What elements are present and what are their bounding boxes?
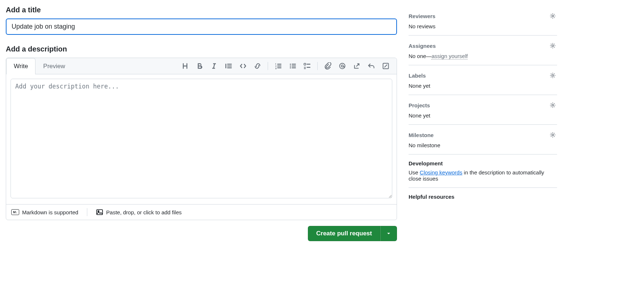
labels-gear-icon[interactable]: [548, 71, 557, 80]
code-icon[interactable]: [237, 59, 250, 73]
markdown-supported-link[interactable]: M↓ Markdown is supported: [11, 209, 78, 215]
reviewers-body: No reviews: [409, 23, 557, 29]
projects-gear-icon[interactable]: [548, 101, 557, 110]
description-editor: Write Preview: [6, 58, 397, 220]
task-list-icon[interactable]: [301, 59, 314, 73]
bold-icon[interactable]: [193, 59, 206, 73]
milestone-body: No milestone: [409, 142, 557, 148]
svg-point-4: [340, 63, 345, 69]
milestone-gear-icon[interactable]: [548, 131, 557, 139]
projects-body: None yet: [409, 112, 557, 119]
svg-point-1: [290, 65, 291, 66]
image-icon: [96, 209, 103, 216]
svg-rect-3: [304, 63, 306, 65]
svg-point-9: [552, 15, 554, 17]
svg-rect-7: [97, 210, 103, 215]
assignees-title: Assignees: [409, 43, 436, 49]
caret-down-icon: [386, 231, 391, 236]
svg-point-2: [290, 67, 291, 68]
assign-yourself-link[interactable]: assign yourself: [431, 53, 468, 59]
development-prefix: Use: [409, 169, 420, 176]
svg-point-10: [552, 45, 554, 47]
reviewers-title: Reviewers: [409, 13, 435, 19]
svg-point-13: [552, 134, 554, 136]
svg-point-12: [552, 104, 554, 106]
labels-body: None yet: [409, 83, 557, 89]
title-label: Add a title: [6, 6, 397, 14]
tab-preview[interactable]: Preview: [35, 58, 72, 74]
svg-point-8: [98, 211, 99, 212]
quote-icon[interactable]: [222, 59, 235, 73]
link-icon[interactable]: [251, 59, 264, 73]
attach-files-button[interactable]: Paste, drop, or click to add files: [96, 209, 181, 216]
markdown-supported-text: Markdown is supported: [22, 209, 78, 215]
reviewers-gear-icon[interactable]: [548, 12, 557, 20]
cross-reference-icon[interactable]: [350, 59, 363, 73]
svg-point-11: [552, 75, 554, 77]
helpful-resources-title: Helpful resources: [409, 194, 455, 200]
description-textarea[interactable]: [11, 79, 392, 198]
markdown-icon: M↓: [11, 209, 19, 215]
projects-title: Projects: [409, 102, 430, 108]
title-input[interactable]: [6, 18, 397, 35]
create-pull-request-dropdown[interactable]: [380, 226, 397, 241]
footer-separator: [87, 208, 87, 216]
fullscreen-icon[interactable]: [379, 59, 392, 73]
labels-title: Labels: [409, 73, 426, 79]
create-pull-request-button[interactable]: Create pull request: [308, 226, 380, 241]
unordered-list-icon[interactable]: [286, 59, 299, 73]
svg-point-0: [290, 63, 291, 65]
ordered-list-icon[interactable]: [272, 59, 285, 73]
milestone-title: Milestone: [409, 132, 434, 138]
development-title: Development: [409, 160, 443, 166]
italic-icon[interactable]: [208, 59, 221, 73]
toolbar-separator: [268, 62, 268, 70]
heading-icon[interactable]: [179, 59, 192, 73]
toolbar-separator: [317, 62, 318, 70]
attach-files-text: Paste, drop, or click to add files: [106, 209, 181, 215]
assignees-gear-icon[interactable]: [548, 41, 557, 50]
reply-icon[interactable]: [365, 59, 378, 73]
assignees-body-prefix: No one—: [409, 53, 431, 59]
closing-keywords-link[interactable]: Closing keywords: [420, 169, 463, 176]
attach-icon[interactable]: [321, 59, 334, 73]
mention-icon[interactable]: [336, 59, 349, 73]
description-label: Add a description: [6, 45, 397, 53]
tab-write[interactable]: Write: [6, 58, 35, 74]
